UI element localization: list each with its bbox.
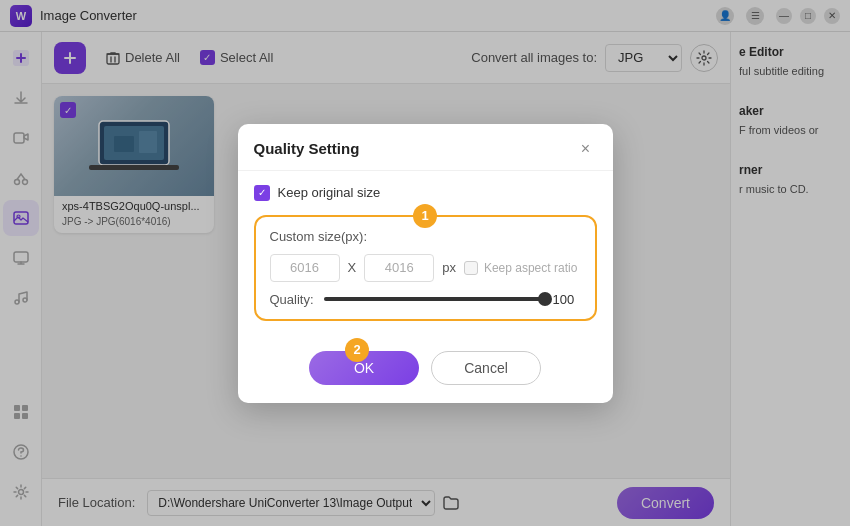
size-inputs-row: X px Keep aspect ratio [270,254,581,282]
aspect-check-row: Keep aspect ratio [464,261,577,275]
dialog-body: ✓ Keep original size 1 Custom size(px): … [238,171,613,351]
dialog-title: Quality Setting [254,140,360,157]
keep-aspect-checkbox[interactable] [464,261,478,275]
dialog-header: Quality Setting × [238,124,613,171]
keep-original-row: ✓ Keep original size [254,185,597,201]
dialog-close-button[interactable]: × [575,138,597,160]
quality-setting-dialog: Quality Setting × ✓ Keep original size 1… [238,124,613,403]
quality-value: 100 [553,292,581,307]
height-input[interactable] [364,254,434,282]
quality-slider-thumb[interactable] [538,292,552,306]
step-2-badge: 2 [345,338,369,370]
quality-slider[interactable] [324,297,545,301]
app-window: W Image Converter 👤 ☰ — □ ✕ [0,0,850,526]
x-separator: X [348,260,357,275]
quality-row: Quality: 100 [270,292,581,307]
keep-original-checkbox[interactable]: ✓ [254,185,270,201]
modal-overlay: Quality Setting × ✓ Keep original size 1… [0,0,850,526]
quality-slider-fill [324,297,545,301]
quality-slider-wrap: 100 [324,292,581,307]
cancel-button[interactable]: Cancel [431,351,541,385]
px-label: px [442,260,456,275]
custom-size-section: 1 Custom size(px): X px Keep aspect rati… [254,215,597,321]
dialog-footer: 2 OK Cancel [238,351,613,403]
width-input[interactable] [270,254,340,282]
step-1-badge: 1 [413,204,437,236]
keep-original-label: Keep original size [278,185,381,200]
keep-aspect-label: Keep aspect ratio [484,261,577,275]
quality-label: Quality: [270,292,314,307]
